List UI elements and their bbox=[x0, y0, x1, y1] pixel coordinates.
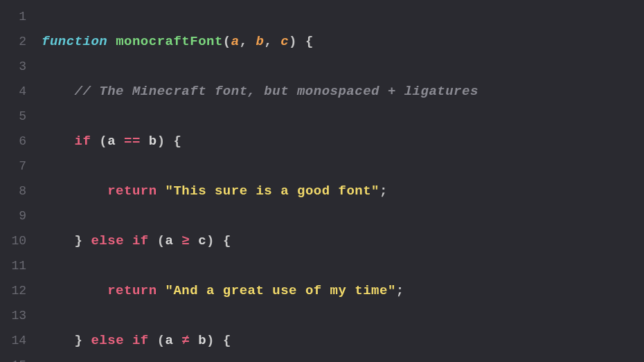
keyword-function: function bbox=[42, 34, 107, 49]
line-number: 10 bbox=[0, 228, 35, 253]
keyword-else: else bbox=[91, 333, 124, 348]
line-number: 14 bbox=[0, 328, 35, 353]
line-number: 6 bbox=[0, 129, 35, 154]
keyword-if: if bbox=[132, 333, 149, 348]
code-line: } else if (a ≠ b) { bbox=[42, 328, 644, 353]
var-b: b bbox=[149, 134, 157, 149]
param-c: c bbox=[280, 34, 289, 49]
var-a: a bbox=[166, 233, 174, 248]
line-number: 11 bbox=[0, 253, 35, 278]
line-number: 15 bbox=[0, 353, 35, 362]
semicolon: ; bbox=[396, 283, 404, 298]
paren-open: ( bbox=[157, 333, 166, 348]
param-b: b bbox=[256, 34, 264, 49]
var-a: a bbox=[107, 134, 116, 149]
comma: , bbox=[264, 34, 272, 49]
paren-close: ) bbox=[157, 134, 166, 149]
var-b: b bbox=[198, 333, 206, 348]
paren-open: ( bbox=[99, 134, 107, 149]
brace-open: { bbox=[173, 134, 181, 149]
code-line: // The Minecraft font, but monospaced + … bbox=[42, 79, 644, 104]
var-a: a bbox=[166, 333, 174, 348]
code-editor: 1 2 3 4 5 6 7 8 9 10 11 12 13 14 15 func… bbox=[0, 0, 644, 362]
paren-open: ( bbox=[223, 34, 231, 49]
line-number: 3 bbox=[0, 54, 35, 79]
brace-open: { bbox=[305, 34, 314, 49]
paren-close: ) bbox=[206, 333, 215, 348]
keyword-return: return bbox=[107, 183, 156, 199]
var-c: c bbox=[198, 233, 206, 248]
line-number: 12 bbox=[0, 278, 35, 303]
keyword-if: if bbox=[75, 134, 91, 149]
function-name: monocraftFont bbox=[116, 34, 223, 49]
brace-open: { bbox=[223, 333, 231, 348]
code-line: if (a == b) { bbox=[42, 129, 644, 154]
string-literal: "And a great use of my time" bbox=[166, 283, 396, 298]
paren-close: ) bbox=[289, 34, 297, 49]
code-line: } else if (a ≥ c) { bbox=[42, 228, 644, 253]
keyword-if: if bbox=[132, 233, 149, 248]
line-number: 7 bbox=[0, 154, 35, 179]
keyword-else: else bbox=[91, 233, 124, 248]
code-line: function monocraftFont(a, b, c) { bbox=[42, 29, 644, 54]
paren-open: ( bbox=[157, 233, 166, 248]
comment: // The Minecraft font, but monospaced + … bbox=[75, 84, 478, 99]
line-number-gutter: 1 2 3 4 5 6 7 8 9 10 11 12 13 14 15 bbox=[0, 0, 35, 362]
comma: , bbox=[240, 34, 248, 49]
code-line: return "And a great use of my time"; bbox=[42, 278, 644, 303]
line-number: 2 bbox=[0, 29, 35, 54]
operator-gte: ≥ bbox=[173, 233, 198, 248]
string-literal: "This sure is a good font" bbox=[166, 183, 379, 199]
operator-eq: == bbox=[116, 134, 149, 149]
param-a: a bbox=[231, 34, 240, 49]
line-number: 1 bbox=[0, 4, 35, 29]
brace-close: } bbox=[75, 233, 83, 248]
semicolon: ; bbox=[379, 183, 388, 199]
keyword-return: return bbox=[107, 283, 156, 298]
line-number: 5 bbox=[0, 104, 35, 129]
brace-close: } bbox=[75, 333, 83, 348]
line-number: 4 bbox=[0, 79, 35, 104]
line-number: 8 bbox=[0, 179, 35, 203]
operator-neq: ≠ bbox=[173, 333, 198, 348]
code-area[interactable]: function monocraftFont(a, b, c) { // The… bbox=[35, 0, 644, 362]
code-line: return "This sure is a good font"; bbox=[42, 179, 644, 203]
brace-open: { bbox=[223, 233, 231, 248]
paren-close: ) bbox=[206, 233, 215, 248]
line-number: 9 bbox=[0, 203, 35, 228]
line-number: 13 bbox=[0, 303, 35, 328]
